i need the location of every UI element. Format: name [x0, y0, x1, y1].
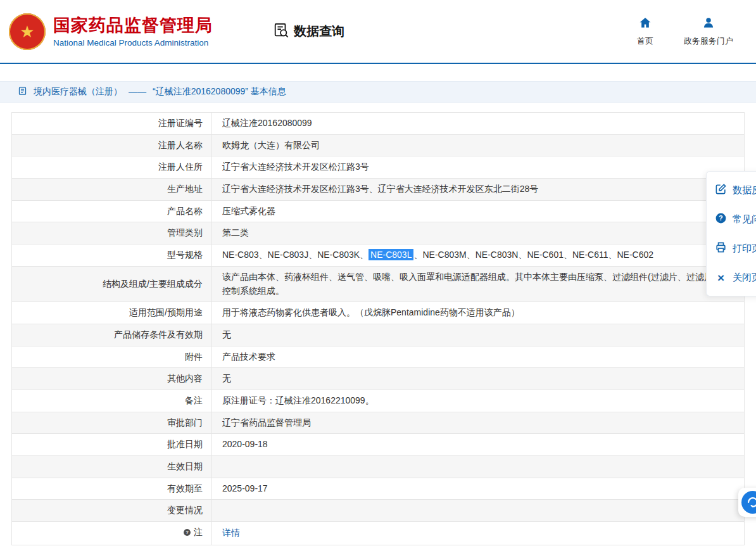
registration-detail-table: 注册证编号辽械注准20162080099 注册人名称欧姆龙（大连）有限公司 注册…	[11, 112, 745, 545]
row-label: 生产地址	[12, 179, 212, 201]
data-query-label: 数据查询	[294, 23, 344, 40]
table-row: 变更情况	[12, 500, 745, 522]
org-name-en: National Medical Products Administration	[53, 38, 213, 48]
row-value: 欧姆龙（大连）有限公司	[212, 134, 745, 156]
table-row-model-spec: 型号规格 NE-C803、NE-C803J、NE-C803K、NE-C803L、…	[12, 244, 745, 267]
table-row: 生效日期	[12, 456, 745, 478]
feedback-label: 数据反馈	[733, 184, 756, 196]
row-label: 产品储存条件及有效期	[12, 324, 212, 346]
model-list-before: NE-C803、NE-C803J、NE-C803K、	[222, 250, 369, 260]
floating-tools-panel: 数据反馈 ? 常见问题 打印页面 × 关闭页面	[706, 171, 756, 296]
nav-portal[interactable]: 政务服务门户	[684, 16, 733, 47]
row-label: 其他内容	[12, 368, 212, 390]
edit-square-icon	[715, 183, 727, 197]
print-page-button[interactable]: 打印页面	[707, 234, 756, 263]
table-row: 管理类别第二类	[12, 222, 745, 244]
row-value: 无	[212, 368, 745, 390]
row-label: ?注	[12, 522, 212, 545]
row-value: 压缩式雾化器	[212, 200, 745, 222]
breadcrumb: 境内医疗器械（注册） —— “辽械注准20162080099” 基本信息	[0, 81, 756, 103]
question-circle-icon: ?	[715, 212, 727, 226]
row-label: 批准日期	[12, 434, 212, 456]
table-row: 批准日期2020-09-18	[12, 434, 745, 456]
row-label: 备注	[12, 390, 212, 412]
table-row: 注册人名称欧姆龙（大连）有限公司	[12, 134, 745, 156]
table-row: 注册人住所辽宁省大连经济技术开发区松江路3号	[12, 156, 745, 179]
row-value: 辽械注准20162080099	[212, 113, 745, 135]
row-value: 2025-09-17	[212, 478, 745, 500]
printer-icon	[715, 241, 727, 255]
table-row: 其他内容无	[12, 368, 745, 390]
row-value	[212, 456, 745, 478]
row-value: 辽宁省大连经济技术开发区松江路3号、辽宁省大连经济技术开发区东北二街28号	[212, 179, 745, 201]
close-page-button[interactable]: × 关闭页面	[707, 263, 756, 292]
row-value: 详情	[212, 522, 745, 545]
online-service-icon	[741, 491, 756, 514]
row-label: 审批部门	[12, 412, 212, 434]
table-row: 结构及组成/主要组成成分该产品由本体、药液杯组件、送气管、吸嘴、吸入面罩和电源适…	[12, 266, 745, 302]
row-value: 无	[212, 324, 745, 346]
close-icon: ×	[715, 272, 727, 284]
row-value: 原注册证号：辽械注准20162210099。	[212, 390, 745, 412]
row-label: 注册人名称	[12, 134, 212, 156]
faq-label: 常见问题	[733, 213, 756, 225]
row-value: 用于将液态药物雾化供患者吸入。（戊烷脒Pentamidine药物不适用该产品）	[212, 302, 745, 324]
model-list-after: 、NE-C803M、NE-C803N、NE-C601、NE-C611、NE-C6…	[413, 250, 653, 260]
document-icon	[18, 86, 27, 98]
nav-home-label: 首页	[637, 35, 653, 47]
document-search-icon	[273, 22, 289, 41]
highlighted-model-text: NE-C803L	[369, 249, 413, 260]
table-row: 有效期至2025-09-17	[12, 478, 745, 500]
row-value: 该产品由本体、药液杯组件、送气管、吸嘴、吸入面罩和电源适配器组成。其中本体主要由…	[212, 266, 745, 302]
row-value: NE-C803、NE-C803J、NE-C803K、NE-C803L、NE-C8…	[212, 244, 745, 267]
row-value: 第二类	[212, 222, 745, 244]
detail-link[interactable]: 详情	[222, 528, 240, 538]
online-service-button[interactable]	[738, 488, 756, 517]
national-emblem-logo: ★	[9, 13, 46, 50]
row-value	[212, 500, 745, 522]
row-label: 产品名称	[12, 200, 212, 222]
row-label: 管理类别	[12, 222, 212, 244]
row-value: 辽宁省大连经济技术开发区松江路3号	[212, 156, 745, 179]
nav-portal-label: 政务服务门户	[684, 35, 733, 47]
row-label: 附件	[12, 346, 212, 368]
table-row: 产品名称压缩式雾化器	[12, 200, 745, 222]
user-icon	[702, 16, 715, 32]
emblem-star-icon: ★	[20, 23, 34, 40]
data-query-section[interactable]: 数据查询	[273, 22, 344, 41]
breadcrumb-separator: ——	[129, 87, 146, 97]
close-page-label: 关闭页面	[733, 272, 756, 284]
nav-home[interactable]: 首页	[637, 16, 653, 47]
row-label: 结构及组成/主要组成成分	[12, 266, 212, 302]
row-label: 有效期至	[12, 478, 212, 500]
table-row: 适用范围/预期用途用于将液态药物雾化供患者吸入。（戊烷脒Pentamidine药…	[12, 302, 745, 324]
faq-button[interactable]: ? 常见问题	[707, 205, 756, 234]
row-label: 注册人住所	[12, 156, 212, 179]
home-icon	[639, 16, 652, 32]
row-label: 型号规格	[12, 244, 212, 267]
svg-text:?: ?	[719, 214, 723, 222]
table-row: 备注原注册证号：辽械注准20162210099。	[12, 390, 745, 412]
row-label: 变更情况	[12, 500, 212, 522]
table-row: 审批部门辽宁省药品监督管理局	[12, 412, 745, 434]
breadcrumb-root[interactable]: 境内医疗器械（注册）	[34, 86, 122, 98]
table-row-note: ?注 详情	[12, 522, 745, 545]
row-label: 注册证编号	[12, 113, 212, 135]
feedback-button[interactable]: 数据反馈	[707, 175, 756, 205]
top-nav: 首页 政务服务门户	[637, 16, 733, 47]
table-row: 注册证编号辽械注准20162080099	[12, 113, 745, 135]
svg-text:?: ?	[186, 530, 189, 535]
site-header: ★ 国家药品监督管理局 National Medical Products Ad…	[0, 0, 756, 64]
row-label: 生效日期	[12, 456, 212, 478]
table-row: 生产地址辽宁省大连经济技术开发区松江路3号、辽宁省大连经济技术开发区东北二街28…	[12, 179, 745, 201]
table-row: 产品储存条件及有效期无	[12, 324, 745, 346]
row-label: 适用范围/预期用途	[12, 302, 212, 324]
note-icon: ?	[183, 527, 191, 541]
row-value: 产品技术要求	[212, 346, 745, 368]
breadcrumb-current: “辽械注准20162080099” 基本信息	[153, 86, 286, 98]
org-title-block: 国家药品监督管理局 National Medical Products Admi…	[53, 15, 213, 47]
note-label-text: 注	[194, 527, 203, 537]
row-value: 2020-09-18	[212, 434, 745, 456]
org-name-cn: 国家药品监督管理局	[53, 15, 213, 35]
print-page-label: 打印页面	[733, 243, 756, 255]
